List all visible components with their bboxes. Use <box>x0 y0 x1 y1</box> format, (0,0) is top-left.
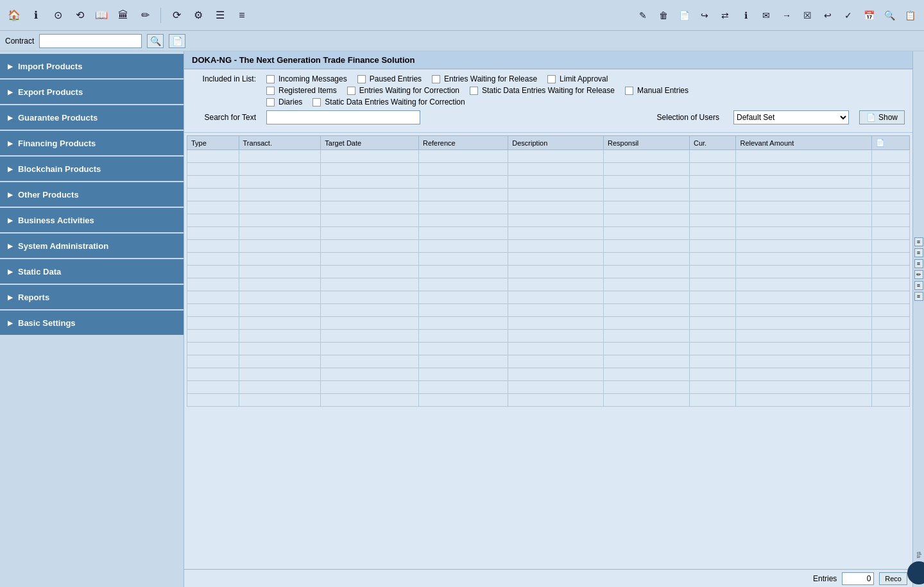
sidebar-item-basic-settings[interactable]: ▶ Basic Settings <box>0 311 184 335</box>
sidebar-item-financing-products[interactable]: ▶ Financing Products <box>0 131 184 155</box>
table-area: Type Transact. Target Date Reference Des… <box>184 133 912 569</box>
filter-row-3: Diaries Static Data Entries Waiting for … <box>192 98 905 106</box>
sidebar-item-label: Export Products <box>18 87 83 97</box>
sidebar-item-label: Guarantee Products <box>18 113 98 123</box>
table-row <box>187 278 910 291</box>
registered-items-label: Registered Items <box>278 86 337 95</box>
table-row <box>187 176 910 189</box>
selection-users-select[interactable]: Default Set All Users Custom <box>733 110 849 124</box>
main-area: ▶ Import Products ▶ Export Products ▶ Gu… <box>0 51 924 587</box>
edit2-icon[interactable]: ✎ <box>634 6 652 24</box>
home-icon[interactable]: 🏠 <box>5 6 23 24</box>
gear-icon[interactable]: ⚙ <box>189 6 207 24</box>
arrow-icon: ▶ <box>8 242 13 250</box>
edit-icon[interactable]: ✏ <box>136 6 154 24</box>
entries-waiting-release-checkbox[interactable] <box>432 75 440 83</box>
building-icon[interactable]: 🏛 <box>114 6 132 24</box>
arrow-right-icon[interactable]: → <box>778 6 796 24</box>
sidebar-item-guarantee-products[interactable]: ▶ Guarantee Products <box>0 105 184 130</box>
far-right-icon-5[interactable]: ≡ <box>914 281 923 290</box>
search-icon[interactable]: 🔍 <box>880 6 898 24</box>
forward-icon[interactable]: ↪ <box>696 6 714 24</box>
sidebar-item-business-activities[interactable]: ▶ Business Activities <box>0 208 184 232</box>
table-row <box>187 214 910 227</box>
exchange-icon[interactable]: ⇄ <box>716 6 734 24</box>
limit-approval-checkbox[interactable] <box>547 75 556 83</box>
arrow-icon: ▶ <box>8 89 13 96</box>
calendar-icon[interactable]: 📅 <box>860 6 878 24</box>
col-type: Type <box>187 136 239 150</box>
sidebar-item-export-products[interactable]: ▶ Export Products <box>0 80 184 104</box>
entries-waiting-correction-label: Entries Waiting for Correction <box>359 86 459 95</box>
table-row <box>187 201 910 214</box>
checkbox-entries-waiting-release: Entries Waiting for Release <box>432 74 537 83</box>
sidebar-item-static-data[interactable]: ▶ Static Data <box>0 259 184 284</box>
far-right-icon-3[interactable]: ≡ <box>914 259 923 268</box>
far-right-icon-1[interactable]: ≡ <box>914 237 923 246</box>
arrow-icon: ▶ <box>8 114 13 121</box>
incoming-messages-checkbox[interactable] <box>266 75 275 83</box>
refresh-icon[interactable]: ⟳ <box>167 6 185 24</box>
sidebar-item-system-administration[interactable]: ▶ System Administration <box>0 234 184 258</box>
copy-icon[interactable]: 📄 <box>675 6 693 24</box>
check-icon[interactable]: ✓ <box>839 6 857 24</box>
entries-waiting-correction-checkbox[interactable] <box>347 87 355 95</box>
manual-entries-checkbox[interactable] <box>625 87 633 95</box>
info2-icon[interactable]: ℹ <box>737 6 755 24</box>
arrow-icon: ▶ <box>8 166 13 173</box>
checkbox-paused-entries: Paused Entries <box>357 74 422 83</box>
info-icon[interactable]: ℹ <box>27 6 45 24</box>
registered-items-checkbox[interactable] <box>266 87 275 95</box>
show-label: Show <box>878 113 898 122</box>
checkbox-entries-waiting-correction: Entries Waiting for Correction <box>347 86 459 95</box>
table-row <box>187 343 910 355</box>
contract-search-button[interactable]: 🔍 <box>147 34 164 48</box>
arrow-icon: ▶ <box>8 140 13 147</box>
table-row <box>187 394 910 407</box>
filter-row-1: Included in List: Incoming Messages Paus… <box>192 74 905 83</box>
sidebar-item-reports[interactable]: ▶ Reports <box>0 285 184 309</box>
sidebar-item-label: Basic Settings <box>18 318 76 328</box>
mail-icon[interactable]: ✉ <box>757 6 775 24</box>
incoming-messages-label: Incoming Messages <box>278 74 347 83</box>
contract-new-button[interactable]: 📄 <box>169 34 185 48</box>
table-row <box>187 291 910 304</box>
sidebar-item-label: Static Data <box>18 267 61 276</box>
table-row <box>187 304 910 317</box>
contract-row: Contract 🔍 📄 <box>0 31 924 51</box>
reco-button[interactable]: Reco <box>879 572 907 585</box>
table-row <box>187 240 910 253</box>
diaries-checkbox[interactable] <box>266 98 275 106</box>
sidebar-item-blockchain-products[interactable]: ▶ Blockchain Products <box>0 157 184 181</box>
back-icon[interactable]: ↩ <box>819 6 837 24</box>
contract-input[interactable] <box>39 34 142 48</box>
close-box-icon[interactable]: ☒ <box>798 6 816 24</box>
refresh-left-icon[interactable]: ⟲ <box>71 6 89 24</box>
filter-row-2: Registered Items Entries Waiting for Cor… <box>192 86 905 95</box>
far-right-icon-4[interactable]: ✏ <box>914 270 923 279</box>
checkbox-limit-approval: Limit Approval <box>547 74 608 83</box>
book-icon[interactable]: 📖 <box>92 6 110 24</box>
clip-icon[interactable]: 📋 <box>901 6 919 24</box>
entries-input[interactable] <box>842 572 874 585</box>
arrow-icon: ▶ <box>8 268 13 275</box>
sidebar-item-import-products[interactable]: ▶ Import Products <box>0 54 184 78</box>
search-text-input[interactable] <box>266 110 420 124</box>
arrow-icon: ▶ <box>8 319 13 327</box>
list2-icon[interactable]: ≡ <box>233 6 251 24</box>
target-icon[interactable]: ⊙ <box>49 6 67 24</box>
sidebar-item-other-products[interactable]: ▶ Other Products <box>0 182 184 207</box>
bottom-bar: Entries Reco <box>184 569 912 587</box>
show-doc-icon: 📄 <box>866 113 876 122</box>
show-button[interactable]: 📄 Show <box>859 110 905 124</box>
static-data-waiting-release-checkbox[interactable] <box>470 87 478 95</box>
list-icon[interactable]: ☰ <box>211 6 229 24</box>
table-row <box>187 330 910 343</box>
arrow-icon: ▶ <box>8 294 13 301</box>
trash-icon[interactable]: 🗑 <box>654 6 672 24</box>
far-right-icon-2[interactable]: ≡ <box>914 248 923 257</box>
paused-entries-checkbox[interactable] <box>357 75 366 83</box>
filter-row-search: Search for Text Selection of Users Defau… <box>192 110 905 124</box>
far-right-icon-6[interactable]: ≡ <box>914 292 923 301</box>
static-data-waiting-correction-checkbox[interactable] <box>312 98 321 106</box>
